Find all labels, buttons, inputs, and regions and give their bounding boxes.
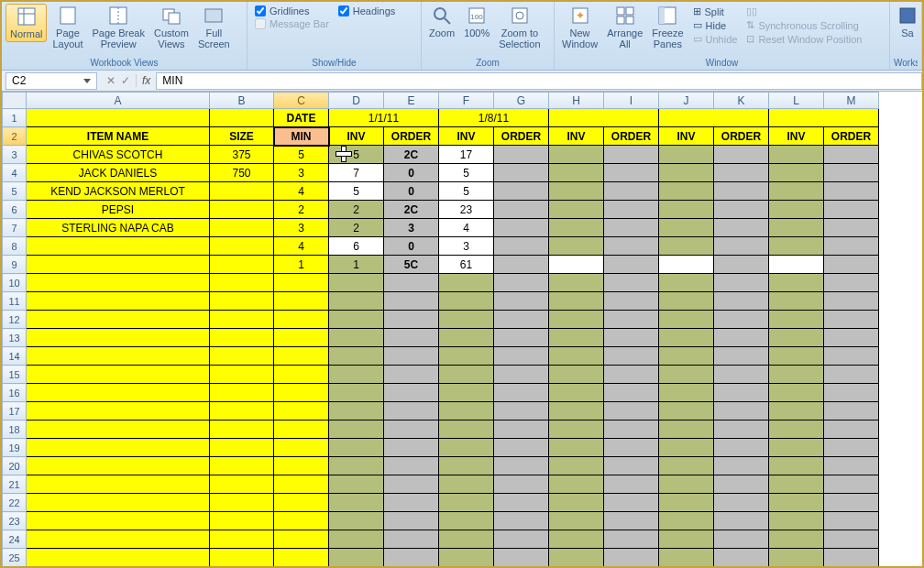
split-button[interactable]: ⊞Split (693, 5, 738, 17)
header-cell[interactable]: ORDER (384, 127, 439, 146)
empty-cell[interactable] (27, 366, 210, 384)
empty-cell[interactable] (604, 402, 659, 421)
empty-cell[interactable] (714, 494, 769, 512)
empty-cell[interactable] (27, 530, 210, 549)
empty-cell[interactable] (274, 439, 329, 457)
empty-cell[interactable] (384, 311, 439, 329)
empty-cell[interactable] (329, 530, 384, 549)
empty-cell[interactable] (604, 457, 659, 475)
empty-cell[interactable] (329, 274, 384, 292)
empty-cell[interactable] (824, 329, 879, 347)
empty-cell[interactable] (714, 366, 769, 384)
data-cell[interactable]: 2C (384, 146, 439, 164)
empty-cell[interactable] (824, 274, 879, 292)
data-cell[interactable]: 4 (274, 237, 329, 256)
data-cell[interactable] (659, 237, 714, 256)
empty-cell[interactable] (384, 512, 439, 530)
data-cell[interactable]: KEND JACKSON MERLOT (27, 182, 210, 201)
empty-cell[interactable] (549, 347, 604, 366)
data-cell[interactable]: 5 (274, 146, 329, 164)
empty-cell[interactable] (27, 384, 210, 402)
data-cell[interactable]: 2 (329, 201, 384, 219)
header-cell[interactable]: INV (659, 127, 714, 146)
empty-cell[interactable] (27, 421, 210, 439)
empty-cell[interactable] (604, 311, 659, 329)
empty-cell[interactable] (210, 347, 274, 366)
data-cell[interactable]: 375 (210, 146, 274, 164)
empty-cell[interactable] (714, 402, 769, 421)
empty-cell[interactable] (604, 549, 659, 567)
empty-cell[interactable] (210, 311, 274, 329)
empty-cell[interactable] (494, 530, 549, 549)
empty-cell[interactable] (384, 274, 439, 292)
empty-cell[interactable] (824, 384, 879, 402)
data-cell[interactable]: STERLING NAPA CAB (27, 219, 210, 237)
empty-cell[interactable] (494, 421, 549, 439)
empty-cell[interactable] (769, 347, 824, 366)
header-cell[interactable]: ORDER (714, 127, 769, 146)
spreadsheet-grid[interactable]: ABCDEFGHIJKLM1DATE1/1/111/8/112ITEM NAME… (2, 92, 922, 566)
empty-cell[interactable] (824, 347, 879, 366)
data-cell[interactable] (769, 146, 824, 164)
empty-cell[interactable] (824, 366, 879, 384)
data-cell[interactable]: 5 (439, 182, 494, 201)
empty-cell[interactable] (274, 311, 329, 329)
row-header[interactable]: 9 (3, 256, 27, 274)
gridlines-checkbox[interactable]: Gridlines (255, 5, 329, 16)
empty-cell[interactable] (210, 457, 274, 475)
data-cell[interactable] (549, 219, 604, 237)
zoom-100-button[interactable]: 100 100% (460, 4, 493, 40)
save-workspace-button[interactable]: Sa (894, 4, 921, 40)
column-header[interactable]: M (824, 93, 879, 109)
empty-cell[interactable] (659, 494, 714, 512)
empty-cell[interactable] (604, 421, 659, 439)
empty-cell[interactable] (604, 512, 659, 530)
data-cell[interactable] (549, 164, 604, 182)
data-cell[interactable]: 6 (329, 237, 384, 256)
hide-button[interactable]: ▭Hide (693, 19, 738, 31)
empty-cell[interactable] (494, 402, 549, 421)
empty-cell[interactable] (824, 530, 879, 549)
data-cell[interactable] (714, 146, 769, 164)
data-cell[interactable] (714, 182, 769, 201)
row-header[interactable]: 18 (3, 421, 27, 439)
empty-cell[interactable] (210, 494, 274, 512)
column-header[interactable]: J (659, 93, 714, 109)
column-header[interactable]: C (274, 93, 329, 109)
zoom-selection-button[interactable]: Zoom to Selection (495, 4, 544, 51)
empty-cell[interactable] (210, 421, 274, 439)
empty-cell[interactable] (549, 457, 604, 475)
empty-cell[interactable] (210, 402, 274, 421)
empty-cell[interactable] (824, 421, 879, 439)
data-cell[interactable] (210, 219, 274, 237)
data-cell[interactable] (824, 146, 879, 164)
empty-cell[interactable] (439, 475, 494, 494)
empty-cell[interactable] (769, 512, 824, 530)
cell[interactable] (27, 109, 210, 127)
empty-cell[interactable] (439, 347, 494, 366)
empty-cell[interactable] (27, 549, 210, 567)
empty-cell[interactable] (824, 512, 879, 530)
header-cell[interactable]: INV (439, 127, 494, 146)
name-box[interactable]: C2 (6, 72, 97, 90)
empty-cell[interactable] (329, 494, 384, 512)
empty-cell[interactable] (494, 457, 549, 475)
empty-cell[interactable] (714, 384, 769, 402)
empty-cell[interactable] (659, 292, 714, 311)
data-cell[interactable]: 750 (210, 164, 274, 182)
empty-cell[interactable] (494, 475, 549, 494)
data-cell[interactable]: 0 (384, 182, 439, 201)
empty-cell[interactable] (549, 366, 604, 384)
empty-cell[interactable] (384, 384, 439, 402)
empty-cell[interactable] (210, 549, 274, 567)
empty-cell[interactable] (714, 347, 769, 366)
empty-cell[interactable] (494, 512, 549, 530)
row-header[interactable]: 15 (3, 366, 27, 384)
empty-cell[interactable] (494, 347, 549, 366)
header-cell[interactable]: INV (329, 127, 384, 146)
data-cell[interactable]: 0 (384, 164, 439, 182)
data-cell[interactable] (659, 146, 714, 164)
data-cell[interactable] (604, 237, 659, 256)
empty-cell[interactable] (384, 549, 439, 567)
empty-cell[interactable] (659, 530, 714, 549)
